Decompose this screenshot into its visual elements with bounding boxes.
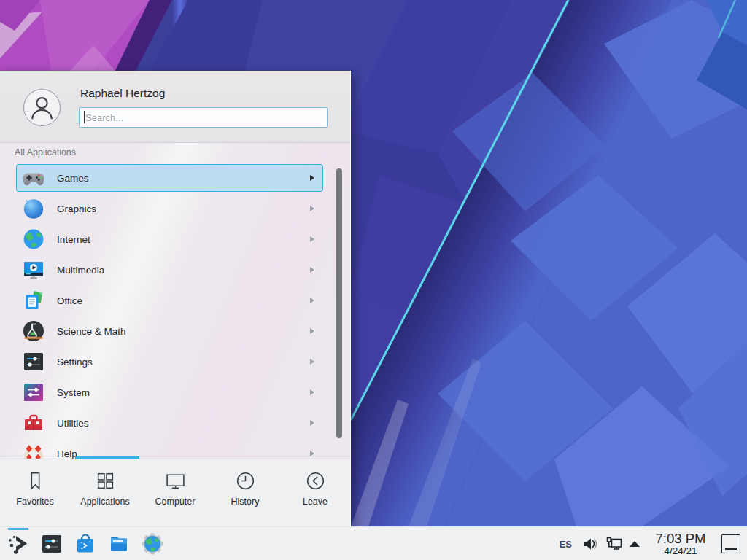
tab-label: Favorites	[16, 497, 53, 507]
category-label: System	[57, 387, 90, 398]
category-label: Games	[57, 173, 89, 184]
tab-label: Applications	[80, 497, 129, 507]
folder-icon	[107, 532, 131, 556]
gamepad-icon	[22, 166, 45, 190]
category-label: Help	[57, 448, 77, 459]
user-avatar[interactable]	[23, 89, 61, 126]
submenu-arrow-icon	[310, 267, 314, 273]
tab-computer[interactable]: Computer	[140, 459, 210, 527]
grid-icon	[94, 470, 117, 492]
submenu-arrow-icon	[310, 175, 314, 181]
sliders-dark-icon	[22, 350, 45, 373]
category-label: Graphics	[57, 203, 96, 214]
tab-label: History	[231, 497, 260, 507]
category-label: Settings	[57, 357, 93, 368]
text-caret	[84, 111, 85, 123]
category-label: Multimedia	[57, 265, 104, 276]
submenu-arrow-icon	[310, 206, 314, 211]
taskbar-application-launcher[interactable]	[1, 527, 35, 560]
search-input[interactable]	[79, 107, 328, 128]
discover-icon	[74, 532, 97, 556]
category-office[interactable]: Office	[0, 285, 350, 316]
tab-leave[interactable]: Leave	[280, 459, 350, 527]
monitor-play-icon	[22, 258, 45, 281]
toolbox-icon	[22, 411, 45, 435]
category-games[interactable]: Games	[0, 163, 350, 193]
category-graphics[interactable]: Graphics	[0, 193, 350, 224]
submenu-arrow-icon	[310, 451, 314, 456]
volume-tray-item[interactable]	[581, 536, 597, 552]
category-multimedia[interactable]: Multimedia	[0, 254, 350, 285]
sliders-color-icon	[22, 381, 45, 404]
launcher-header: Raphael Hertzog	[0, 71, 350, 143]
browser-globe-icon	[141, 532, 164, 556]
submenu-arrow-icon	[310, 236, 314, 242]
submenu-arrow-icon	[310, 359, 314, 365]
category-science-math[interactable]: Science & Math	[0, 316, 350, 346]
kde-launcher-icon	[7, 532, 30, 556]
help-icon	[22, 442, 45, 459]
taskbar-system-settings[interactable]	[35, 527, 69, 560]
clock-date: 4/24/21	[651, 546, 711, 556]
digital-clock[interactable]: 7:03 PM 4/24/21	[651, 532, 711, 556]
taskbar-file-manager[interactable]	[102, 527, 136, 560]
keyboard-layout-indicator[interactable]: ES	[560, 539, 572, 550]
category-system[interactable]: System	[0, 377, 350, 408]
system-tray: ES 7	[560, 527, 747, 560]
submenu-arrow-icon	[310, 389, 314, 395]
category-list: Games Graphics Internet	[0, 144, 350, 459]
clock-icon	[234, 470, 257, 492]
user-icon	[24, 90, 60, 125]
taskbar-web-browser[interactable]	[136, 527, 169, 560]
documents-icon	[22, 289, 45, 312]
tab-applications[interactable]: Applications	[70, 459, 140, 527]
tray-expander[interactable]	[630, 541, 640, 547]
tab-history[interactable]: History	[210, 459, 280, 527]
submenu-arrow-icon	[310, 420, 314, 426]
globe-icon	[22, 228, 45, 251]
list-scrollbar[interactable]	[336, 168, 342, 438]
category-utilities[interactable]: Utilities	[0, 408, 350, 438]
pinned-apps	[1, 527, 169, 560]
wired-network-icon	[605, 535, 624, 553]
category-label: Internet	[57, 234, 90, 245]
category-label: Office	[57, 295, 82, 306]
tab-favorites[interactable]: Favorites	[0, 459, 70, 527]
show-desktop-button[interactable]	[721, 534, 740, 553]
blue-sphere-icon	[22, 197, 45, 220]
launcher-tabbar: Favorites Applications Computer	[0, 459, 350, 527]
volume-icon	[581, 536, 597, 552]
submenu-arrow-icon	[310, 328, 314, 334]
category-label: Utilities	[57, 418, 89, 429]
category-internet[interactable]: Internet	[0, 224, 350, 254]
tab-label: Computer	[155, 497, 196, 507]
flask-icon	[22, 319, 45, 343]
leave-icon	[304, 470, 327, 492]
submenu-arrow-icon	[310, 298, 314, 303]
category-help[interactable]: Help	[0, 438, 350, 459]
bookmark-icon	[24, 470, 47, 492]
taskbar-panel: ES 7	[0, 526, 747, 560]
monitor-icon	[164, 470, 187, 492]
tab-label: Leave	[303, 497, 328, 507]
category-settings[interactable]: Settings	[0, 346, 350, 377]
application-launcher-popup: Raphael Hertzog All Applications Games	[0, 71, 351, 526]
user-name: Raphael Hertzog	[80, 87, 165, 100]
clock-time: 7:03 PM	[651, 532, 711, 545]
system-settings-icon	[40, 532, 63, 556]
category-label: Science & Math	[57, 326, 126, 337]
taskbar-discover[interactable]	[69, 527, 102, 560]
chevron-up-icon	[630, 541, 640, 547]
network-tray-item[interactable]	[605, 535, 624, 553]
